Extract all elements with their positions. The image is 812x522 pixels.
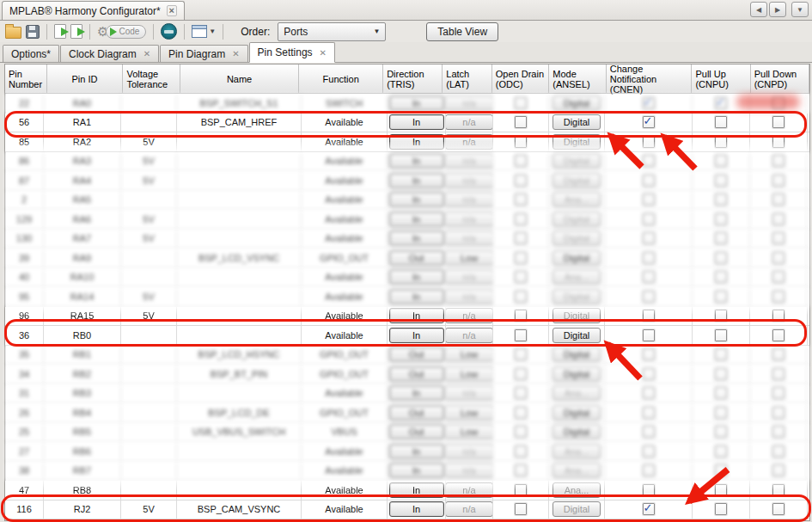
latch-button[interactable]: n/a (446, 444, 493, 459)
cnen-checkbox[interactable] (643, 445, 655, 458)
latch-button[interactable]: n/a (446, 173, 493, 188)
direction-button[interactable]: In (389, 463, 444, 478)
pulldown-checkbox[interactable] (772, 445, 785, 458)
mode-button[interactable]: Digital (553, 95, 601, 111)
import-code-icon[interactable] (54, 24, 66, 39)
mode-button[interactable]: Digital (553, 153, 601, 169)
cell-name[interactable] (177, 171, 302, 190)
pulldown-checkbox[interactable] (772, 232, 785, 244)
mode-button[interactable]: Digital (553, 347, 601, 362)
table-view-button[interactable]: Table View (426, 22, 498, 41)
pullup-checkbox[interactable] (715, 213, 727, 225)
harmony-logo-icon[interactable] (161, 23, 177, 40)
direction-button[interactable]: Out (389, 405, 444, 421)
cell-name[interactable] (177, 210, 302, 229)
export-code-icon[interactable] (70, 24, 82, 39)
direction-button[interactable]: In (389, 482, 444, 498)
cnen-checkbox[interactable] (643, 155, 655, 167)
latch-button[interactable]: n/a (446, 230, 493, 246)
cell-name[interactable] (177, 230, 302, 249)
direction-button[interactable]: In (389, 269, 444, 285)
pulldown-checkbox[interactable] (772, 407, 785, 419)
latch-button[interactable]: n/a (446, 134, 493, 150)
latch-button[interactable]: n/a (446, 308, 493, 323)
mode-button[interactable]: Digital (553, 134, 601, 150)
pullup-checkbox[interactable] (715, 426, 727, 438)
cnen-checkbox[interactable] (643, 252, 655, 264)
odc-checkbox[interactable] (515, 445, 527, 458)
pullup-checkbox[interactable] (715, 407, 727, 419)
pulldown-checkbox[interactable] (772, 387, 785, 399)
direction-button[interactable]: In (389, 230, 444, 246)
cnen-checkbox[interactable] (643, 193, 655, 206)
latch-button[interactable]: Low (446, 250, 493, 266)
odc-checkbox[interactable] (515, 97, 527, 109)
direction-button[interactable]: Out (389, 424, 444, 439)
pullup-checkbox[interactable] (715, 193, 727, 206)
pullup-checkbox[interactable] (715, 252, 727, 264)
odc-checkbox[interactable] (515, 213, 527, 225)
pullup-checkbox[interactable] (715, 232, 727, 244)
pullup-checkbox[interactable] (715, 97, 727, 109)
window-layout-icon[interactable]: ▼ (192, 25, 216, 38)
pulldown-checkbox[interactable] (772, 291, 785, 303)
odc-checkbox[interactable] (515, 310, 527, 322)
save-icon[interactable] (26, 25, 40, 39)
tab-pin-settings[interactable]: Pin Settings✕ (249, 42, 335, 63)
pulldown-checkbox[interactable] (772, 136, 785, 148)
mode-button[interactable]: Ana... (553, 269, 601, 285)
latch-button[interactable]: n/a (446, 385, 493, 401)
mode-button[interactable]: Digital (553, 289, 601, 304)
latch-button[interactable]: Low (446, 347, 493, 362)
cell-name[interactable] (177, 462, 302, 481)
cnen-checkbox[interactable] (643, 484, 655, 496)
mode-button[interactable]: Digital (553, 405, 601, 421)
direction-button[interactable]: In (389, 328, 444, 343)
cell-name[interactable] (177, 307, 302, 326)
mode-button[interactable]: Ana... (553, 385, 601, 401)
latch-button[interactable]: n/a (446, 192, 493, 207)
pulldown-checkbox[interactable] (772, 271, 785, 283)
pullup-checkbox[interactable] (715, 368, 727, 380)
direction-button[interactable]: In (389, 95, 444, 111)
tab-close-icon[interactable]: ✕ (143, 49, 150, 58)
pullup-checkbox[interactable] (715, 484, 727, 496)
cell-name[interactable]: USB_VBUS_SWITCH (177, 423, 302, 442)
pulldown-checkbox[interactable] (772, 193, 785, 206)
direction-button[interactable]: Out (389, 366, 444, 382)
generate-code-icon[interactable]: ⚙ Code (97, 25, 146, 39)
pulldown-checkbox[interactable] (772, 175, 785, 187)
cnen-checkbox[interactable] (643, 329, 655, 341)
direction-button[interactable]: In (389, 173, 444, 188)
mode-button[interactable]: Ana... (553, 444, 601, 459)
direction-button[interactable]: In (389, 134, 444, 150)
pullup-checkbox[interactable] (715, 348, 727, 360)
latch-button[interactable]: n/a (446, 153, 493, 169)
tab-scroll-left-icon[interactable]: ◀ (750, 2, 767, 17)
window-tab-close-icon[interactable]: × (167, 5, 177, 16)
odc-checkbox[interactable] (515, 116, 527, 128)
latch-button[interactable]: Low (446, 424, 493, 439)
odc-checkbox[interactable] (515, 175, 527, 187)
cnen-checkbox[interactable] (643, 97, 655, 109)
cell-name[interactable]: BSP_CAM_HREF (177, 114, 302, 132)
pulldown-checkbox[interactable] (772, 155, 785, 167)
pulldown-checkbox[interactable] (772, 503, 785, 515)
tab-close-icon[interactable]: ✕ (232, 49, 239, 58)
latch-button[interactable]: n/a (446, 212, 493, 227)
cell-name[interactable] (177, 326, 302, 345)
pullup-checkbox[interactable] (715, 503, 727, 515)
tab-scroll-right-icon[interactable]: ▶ (769, 2, 786, 17)
mode-button[interactable]: Digital (553, 173, 601, 188)
cell-name[interactable] (177, 191, 302, 210)
cnen-checkbox[interactable] (643, 310, 655, 322)
mode-button[interactable]: Digital (553, 230, 601, 246)
direction-button[interactable]: In (389, 114, 444, 130)
odc-checkbox[interactable] (515, 464, 527, 476)
direction-button[interactable]: In (389, 192, 444, 207)
tab-clock-diagram[interactable]: Clock Diagram✕ (60, 45, 159, 62)
pulldown-checkbox[interactable] (772, 426, 785, 438)
tab-options-[interactable]: Options* (3, 45, 59, 62)
odc-checkbox[interactable] (515, 252, 527, 264)
cnen-checkbox[interactable] (643, 348, 655, 360)
